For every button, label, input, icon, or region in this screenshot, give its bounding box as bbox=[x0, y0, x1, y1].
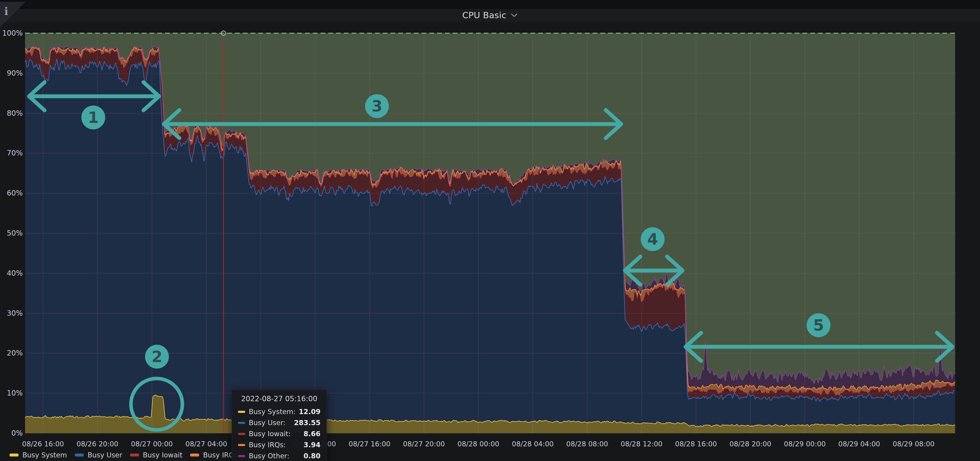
annotation-number-4: 4 bbox=[647, 230, 658, 248]
tooltip-series-value: 283.55 bbox=[294, 419, 320, 427]
legend-label: Busy System bbox=[22, 451, 67, 459]
legend-swatch-icon bbox=[10, 453, 19, 456]
annotation-number-3: 3 bbox=[372, 97, 382, 115]
annotation-badge-1: 1 bbox=[81, 105, 105, 129]
tooltip-series-swatch-icon bbox=[238, 444, 245, 446]
chart-tooltip: 2022-08-27 05:16:00 Busy System:12.09Bus… bbox=[232, 389, 327, 461]
tooltip-series-swatch-icon bbox=[238, 422, 245, 424]
tooltip-series-swatch-icon bbox=[238, 433, 245, 435]
annotation-arrow-4 bbox=[625, 256, 682, 285]
annotation-badge-5: 5 bbox=[807, 313, 830, 337]
tooltip-row-busy-iowait: Busy Iowait:8.66 bbox=[238, 430, 320, 438]
tooltip-series-label: Busy Other: bbox=[249, 452, 304, 460]
grafana-cpu-panel: CPU Basic i 0%10%20%30%40%50%60%70%80%90… bbox=[0, 0, 980, 461]
tooltip-timestamp: 2022-08-27 05:16:00 bbox=[238, 395, 320, 403]
tooltip-series-swatch-icon bbox=[238, 455, 245, 457]
tooltip-series-label: Busy System: bbox=[249, 408, 299, 416]
legend-label: Busy Iowait bbox=[143, 451, 182, 459]
tooltip-row-busy-user: Busy User:283.55 bbox=[238, 419, 320, 427]
tooltip-series-value: 0.80 bbox=[304, 452, 320, 460]
annotation-circle-2 bbox=[131, 378, 182, 430]
tooltip-series-swatch-icon bbox=[238, 411, 245, 413]
annotation-number-1: 1 bbox=[88, 108, 99, 126]
annotation-number-5: 5 bbox=[813, 316, 824, 334]
tooltip-series-label: Busy Iowait: bbox=[249, 430, 304, 438]
tooltip-series-value: 12.09 bbox=[299, 408, 320, 416]
legend-swatch-icon bbox=[75, 453, 84, 456]
annotation-badge-3: 3 bbox=[365, 94, 389, 118]
tooltip-row-busy-irqs: Busy IRQs:3.94 bbox=[238, 441, 320, 449]
legend-label: Busy User bbox=[88, 451, 122, 459]
legend-swatch-icon bbox=[130, 453, 139, 456]
annotation-arrow-3 bbox=[164, 110, 621, 138]
tooltip-series-value: 3.94 bbox=[304, 441, 320, 449]
legend-item-busy-user[interactable]: Busy User bbox=[75, 451, 122, 459]
chart-legend: Busy SystemBusy UserBusy IowaitBusy IRQs bbox=[10, 449, 238, 461]
tooltip-series-label: Busy IRQs: bbox=[249, 441, 304, 449]
annotation-badge-2: 2 bbox=[145, 345, 169, 369]
annotation-badge-4: 4 bbox=[641, 227, 665, 251]
legend-item-busy-system[interactable]: Busy System bbox=[10, 451, 67, 459]
legend-item-busy-irqs[interactable]: Busy IRQs bbox=[190, 451, 238, 459]
tooltip-row-busy-other: Busy Other:0.80 bbox=[238, 452, 320, 460]
tooltip-series-value: 8.66 bbox=[304, 430, 320, 438]
legend-item-busy-iowait[interactable]: Busy Iowait bbox=[130, 451, 182, 459]
tooltip-row-busy-system: Busy System:12.09 bbox=[238, 408, 320, 416]
tooltip-series-label: Busy User: bbox=[249, 419, 294, 427]
annotation-number-2: 2 bbox=[151, 348, 162, 366]
annotation-overlay: 12345 bbox=[0, 0, 980, 461]
legend-swatch-icon bbox=[190, 453, 199, 456]
